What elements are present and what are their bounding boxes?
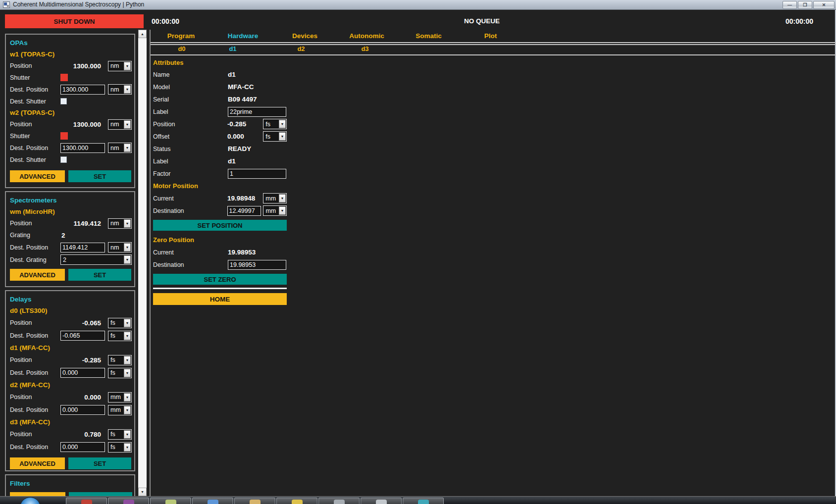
dest-shutter-checkbox[interactable]	[60, 98, 67, 104]
destination-label: Destination	[153, 207, 227, 214]
zero-destination-input[interactable]	[228, 260, 286, 270]
taskbar-app[interactable]	[192, 498, 233, 504]
tab-plot[interactable]: Plot	[460, 31, 522, 42]
grating-label: Grating	[10, 232, 60, 239]
dest-position-label: Dest. Position	[10, 406, 60, 413]
dropdown-arrow-icon: ▼	[124, 85, 131, 94]
dest-grating-select[interactable]: 2 ▼	[60, 254, 132, 265]
taskbar-app[interactable]	[234, 498, 275, 504]
scroll-up-button[interactable]: ▲	[138, 30, 147, 38]
motor-position-header: Motor Position	[153, 180, 287, 192]
dest-position-unit-select[interactable]: nm ▼	[108, 84, 132, 95]
position-unit-select[interactable]: fs ▼	[263, 119, 287, 129]
tab-d3[interactable]: d3	[351, 45, 379, 53]
taskbar-app[interactable]	[66, 498, 107, 504]
tab-hardware[interactable]: Hardware	[212, 31, 274, 42]
set-button[interactable]: SET	[68, 269, 131, 281]
main-tabs: Program Hardware Devices Autonomic Somat…	[150, 31, 522, 42]
advanced-button[interactable]: ADVANCED	[10, 457, 65, 469]
factor-label: Factor	[153, 170, 228, 177]
set-zero-button[interactable]: SET ZERO	[153, 274, 287, 285]
dropdown-arrow-icon: ▼	[279, 120, 286, 128]
remaining-timer: 00:00:00	[785, 17, 813, 25]
minimize-button[interactable]: —	[783, 1, 797, 9]
device-title-wm: wm (MicroHR)	[6, 206, 134, 217]
position-unit-select[interactable]: fs ▼	[108, 355, 132, 365]
set-button[interactable]: SET	[68, 170, 131, 182]
position-unit-select[interactable]: nm ▼	[108, 61, 132, 71]
dropdown-arrow-icon: ▼	[124, 255, 131, 264]
dest-position-unit-select[interactable]: fs ▼	[108, 368, 132, 378]
dest-position-input[interactable]	[60, 405, 105, 415]
position-unit-select[interactable]: fs ▼	[108, 318, 132, 328]
content-separator	[150, 30, 151, 496]
home-button[interactable]: HOME	[153, 293, 287, 305]
position-unit-select[interactable]: mm ▼	[108, 392, 132, 403]
tab-d2[interactable]: d2	[287, 45, 315, 53]
tab-program[interactable]: Program	[150, 31, 212, 42]
set-position-button[interactable]: SET POSITION	[153, 220, 287, 231]
dest-position-unit-select[interactable]: fs ▼	[108, 331, 132, 341]
advanced-button[interactable]: ADVANCED	[10, 269, 65, 281]
dropdown-arrow-icon: ▼	[124, 443, 131, 452]
shutter-label: Shutter	[10, 74, 60, 81]
tab-autonomic[interactable]: Autonomic	[336, 31, 398, 42]
dropdown-arrow-icon: ▼	[124, 406, 131, 414]
dest-position-unit-select[interactable]: fs ▼	[108, 442, 132, 453]
device-title-d2: d2 (MFA-CC)	[6, 379, 134, 391]
dest-position-input[interactable]	[60, 442, 105, 452]
position-unit-select[interactable]: nm ▼	[108, 119, 132, 130]
position-value: 0.000	[60, 394, 102, 401]
advanced-button[interactable]: ADVANCED	[10, 170, 65, 182]
dropdown-arrow-icon: ▼	[279, 206, 286, 215]
dest-position-unit-select[interactable]: nm ▼	[108, 242, 132, 252]
dest-position-unit-select[interactable]: nm ▼	[108, 143, 132, 153]
tab-devices[interactable]: Devices	[274, 31, 336, 42]
dest-position-input[interactable]	[60, 368, 105, 378]
advanced-button[interactable]	[10, 492, 65, 496]
taskbar-app[interactable]	[276, 498, 317, 504]
dest-position-input[interactable]	[60, 143, 105, 153]
position-value: 1300.000	[60, 121, 102, 128]
model-label: Model	[153, 84, 228, 91]
motor-destination-input[interactable]	[227, 206, 261, 216]
dest-position-input[interactable]	[60, 331, 105, 341]
app-icon	[208, 500, 218, 504]
offset-unit-select[interactable]: fs ▼	[263, 131, 287, 142]
name-value: d1	[228, 71, 236, 78]
position-value: 0.780	[60, 431, 102, 438]
label-input[interactable]	[228, 107, 286, 117]
sidebar-scrollbar[interactable]: ▲ ▼	[138, 30, 147, 496]
position-label: Position	[10, 394, 60, 401]
app-icon	[292, 500, 303, 504]
scroll-down-button[interactable]: ▼	[138, 488, 147, 496]
factor-input[interactable]	[228, 169, 286, 179]
tab-somatic[interactable]: Somatic	[398, 31, 460, 42]
dest-shutter-checkbox[interactable]	[60, 156, 67, 163]
close-button[interactable]: ✕	[813, 1, 835, 9]
restore-button[interactable]: ❐	[798, 1, 812, 9]
tab-divider-line2	[150, 44, 836, 45]
taskbar-app[interactable]	[318, 498, 360, 504]
taskbar-app[interactable]	[361, 498, 402, 504]
dropdown-arrow-icon: ▼	[124, 332, 131, 340]
set-button[interactable]	[69, 492, 132, 496]
taskbar-app[interactable]	[150, 498, 191, 504]
position-unit-select[interactable]: fs ▼	[108, 429, 132, 440]
device-title-w2: w2 (TOPAS-C)	[6, 107, 134, 118]
taskbar-app[interactable]	[108, 498, 149, 504]
current-label: Current	[153, 249, 228, 256]
dest-shutter-label: Dest. Shutter	[10, 156, 60, 163]
motor-current-unit-select[interactable]: mm ▼	[263, 193, 287, 203]
dest-position-input[interactable]	[60, 243, 105, 252]
tab-d0[interactable]: d0	[168, 45, 196, 53]
tab-d1[interactable]: d1	[219, 45, 247, 53]
dest-position-input[interactable]	[60, 85, 105, 95]
position-unit-select[interactable]: nm ▼	[108, 218, 132, 229]
shutdown-button[interactable]: SHUT DOWN	[5, 14, 144, 28]
device-detail-panel: Attributes Name d1 Model MFA-CC Serial B…	[153, 55, 287, 305]
dest-position-unit-select[interactable]: mm ▼	[108, 405, 132, 415]
taskbar-app[interactable]	[403, 498, 444, 504]
set-button[interactable]: SET	[68, 457, 131, 469]
motor-destination-unit-select[interactable]: mm ▼	[263, 205, 287, 216]
